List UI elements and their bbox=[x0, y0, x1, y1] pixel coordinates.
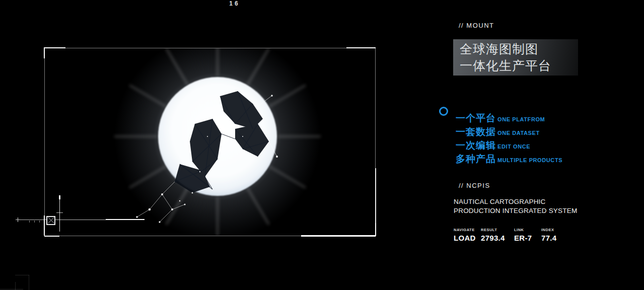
feature-en: EDIT ONCE bbox=[497, 143, 530, 150]
hud-vertical-line-cap bbox=[59, 195, 60, 199]
crosshair-icon bbox=[16, 218, 20, 222]
stat-label: NAVIGATE bbox=[454, 228, 481, 232]
feature-en: ONE PLATFROM bbox=[497, 116, 545, 122]
stat-result: RESULT 2793.4 bbox=[481, 228, 514, 242]
feature-en: MULTIPLE PRODUCTS bbox=[497, 157, 562, 163]
feature-list: 一个平台 ONE PLATFROM 一套数据 ONE DATASET 一次编辑 … bbox=[456, 112, 562, 166]
frame-decoration bbox=[375, 168, 376, 235]
hud-tick bbox=[34, 221, 35, 223]
hud-faint-line bbox=[29, 275, 29, 290]
hud-tick bbox=[39, 221, 40, 223]
stat-link: LINK ER-7 bbox=[514, 228, 541, 242]
frame-decoration bbox=[375, 223, 376, 236]
feature-item: 一个平台 ONE PLATFROM bbox=[456, 112, 562, 125]
stat-value: LOAD bbox=[454, 234, 481, 242]
status-readout: NAVIGATE LOAD RESULT 2793.4 LINK ER-7 IN… bbox=[454, 228, 571, 242]
hud-vertical-line-tick bbox=[56, 212, 63, 213]
feature-zh: 一套数据 bbox=[456, 125, 496, 138]
slide: 16 bbox=[0, 0, 644, 290]
hud-vertical-line bbox=[59, 195, 60, 232]
title-line-2: 一体化生产平台 bbox=[460, 57, 578, 74]
frame-decoration bbox=[301, 235, 376, 237]
slide-number: 16 bbox=[225, 0, 245, 7]
mount-label: // MOUNT bbox=[459, 22, 494, 29]
title-line-1: 全球海图制图 bbox=[460, 41, 578, 57]
feature-en: ONE DATASET bbox=[497, 130, 540, 136]
stat-index: INDEX 77.4 bbox=[541, 228, 571, 242]
hud-ruler-highlight bbox=[106, 219, 145, 220]
feature-item: 一次编辑 EDIT ONCE bbox=[456, 139, 562, 153]
globe-viewport bbox=[45, 48, 375, 235]
title-box: 全球海图制图 一体化生产平台 bbox=[453, 39, 578, 76]
stat-navigate: NAVIGATE LOAD bbox=[454, 228, 481, 242]
feature-item: 多种产品 MULTIPLE PRODUCTS bbox=[456, 153, 562, 166]
stat-label: INDEX bbox=[541, 228, 571, 232]
feature-zh: 一个平台 bbox=[456, 112, 496, 125]
system-name-line-2: PRODUCTION INTEGRATED SYSTEM bbox=[454, 206, 577, 215]
ncpis-label: // NCPIS bbox=[459, 182, 490, 189]
feature-zh: 一次编辑 bbox=[456, 139, 496, 152]
hud-faint-line bbox=[15, 275, 29, 275]
stat-value: 2793.4 bbox=[481, 234, 514, 242]
system-name: NAUTICAL CARTOGRAPHIC PRODUCTION INTEGRA… bbox=[454, 197, 577, 215]
system-name-line-1: NAUTICAL CARTOGRAPHIC bbox=[454, 197, 577, 206]
hud-marker-square-icon bbox=[46, 216, 55, 225]
frame-decoration bbox=[44, 236, 59, 237]
circle-marker-icon bbox=[439, 107, 448, 116]
hud-tick bbox=[29, 221, 30, 223]
hud-faint-line bbox=[15, 282, 16, 290]
feature-zh: 多种产品 bbox=[456, 153, 496, 166]
stat-value: 77.4 bbox=[541, 234, 571, 242]
earth-globe bbox=[92, 48, 343, 235]
stat-value: ER-7 bbox=[514, 234, 541, 242]
feature-item: 一套数据 ONE DATASET bbox=[456, 125, 562, 139]
stat-label: RESULT bbox=[481, 228, 514, 232]
hud-faint-line bbox=[0, 289, 23, 289]
stat-label: LINK bbox=[514, 228, 541, 232]
